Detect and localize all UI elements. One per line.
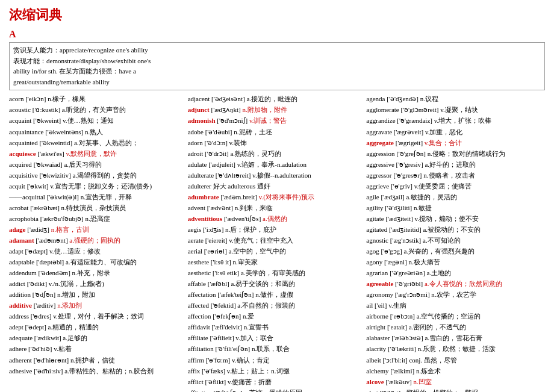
- entry-phonetic: ['ɑ:kustik]: [31, 106, 60, 113]
- entry-phonetic: ['ə'dɔ:n]: [203, 139, 228, 146]
- entry-phonetic: ['ə'griv]: [389, 182, 412, 190]
- entry-word: alchemy: [366, 367, 388, 375]
- entry-phonetic: ['ækrəbæt]: [28, 204, 59, 211]
- column-1: acorn ['eikɔn] n.橡子，橡果acoustic ['ɑ:kusti…: [9, 94, 188, 392]
- entry-word: address: [9, 313, 29, 320]
- entry-word: aesthetic: [188, 269, 211, 276]
- list-item: adobe ['ə'dəubi] n.泥砖，土坯: [188, 127, 362, 137]
- section-header: A: [9, 29, 545, 40]
- list-item: acquit ['əkwit] v.宣告无罪；脱卸义务；还清(债务): [9, 181, 183, 191]
- entry-word: adulterer: [188, 182, 211, 190]
- list-item: aggregate ['ægrigeit] v.集合；合计: [366, 138, 540, 148]
- entry-word: affectation: [188, 291, 216, 298]
- entry-word: affected: [188, 302, 209, 309]
- entry-phonetic: ['ædikwit]: [33, 334, 61, 341]
- entry-word: affidavit: [188, 323, 210, 331]
- entry-def: n.凹室: [412, 378, 432, 385]
- list-item: agrarian ['ə'greəriən] a.土地的: [366, 268, 540, 278]
- entry-word: agreeable: [366, 280, 393, 287]
- entry-phonetic: ['ə'griəbl]: [393, 280, 423, 287]
- entry-phonetic: ['əkwaiad]: [32, 161, 63, 168]
- entry-phonetic: ['dæptəbl]: [34, 258, 64, 266]
- list-item: adamant ['ædəmənt] a.强硬的；固执的: [9, 235, 183, 246]
- entry-phonetic: ['æg'nɔstik]: [388, 237, 421, 244]
- entry-phonetic: ['əkwizitiv]: [38, 172, 71, 179]
- entry-word: adherent: [9, 356, 32, 364]
- entry-phonetic: ['ədæpt]: [23, 247, 48, 255]
- entry-def: a.有适应能力、可改编的: [64, 258, 136, 266]
- entry-def: n.恐高症: [84, 215, 110, 222]
- entry-phonetic: ['ægəni]: [382, 258, 406, 266]
- entry-word: adhere: [9, 345, 26, 352]
- entry-word: agony: [366, 258, 382, 266]
- entry-def: a.带粘性的、粘粘的；n.胶合剂: [63, 367, 154, 375]
- list-item: aggressor ['ə'gresər] n.侵略者，攻击者: [366, 170, 540, 181]
- list-item: addendum ['ədendəm] n.补充，附录: [9, 268, 183, 278]
- list-item: aggrieve ['ə'griv] v.使受委屈；使痛苦: [366, 181, 540, 191]
- entry-def: v.使…适应；修改: [48, 247, 100, 255]
- entry-word: affix: [188, 367, 201, 375]
- entry-def: a.被搅动的；不安的: [422, 226, 481, 233]
- entry-phonetic: ['ə'lɑ:t]: [378, 389, 400, 392]
- entry-def: n.侵略者，攻击者: [422, 172, 475, 179]
- entry-phonetic: ['ædʒiteitid]: [387, 226, 422, 233]
- entry-def: v./n.沉溺，上瘾(者): [47, 280, 104, 287]
- list-item: adapt ['ədæpt] v.使…适应；修改: [9, 246, 183, 257]
- entry-def: a.令人喜悦的；欣然同意的: [423, 280, 502, 287]
- entry-def: v.训诫；警告: [247, 117, 287, 124]
- entry-word: adaptable: [9, 258, 34, 266]
- entry-def: v.集合；合计: [423, 139, 462, 146]
- entry-phonetic: ['ælkəuv]: [384, 378, 412, 385]
- list-item: acoustic ['ɑ:kustik] a.听觉的，有关声音的: [9, 105, 183, 115]
- entry-def: a.不可知论的: [421, 237, 460, 244]
- list-item: aggressive ['ə'gresiv] a.好斗的；进取的: [366, 160, 540, 170]
- entry-word: aggravate: [366, 128, 392, 135]
- list-item: adept ['ədept] a.精通的，精通的: [9, 322, 183, 332]
- entry-def: n.议程: [419, 95, 438, 102]
- entry-word: adorn: [188, 139, 203, 146]
- list-item: addition ['ədʃən] n.增加，附加: [9, 290, 183, 300]
- list-item: aesthetic ['i:sθ etik] a.美学的，有审美感的: [188, 268, 362, 278]
- entry-phonetic: ['ədʒeisənt]: [210, 95, 244, 102]
- entry-def: n.盾；保护，庇护: [223, 226, 276, 233]
- entry-def: n.橡子，橡果: [46, 95, 86, 102]
- entry-word: aggressor: [366, 172, 391, 179]
- list-item: alcove ['ælkəuv] n.凹室: [366, 377, 540, 387]
- entry-word: additive: [9, 302, 32, 309]
- entry-def: a.精通的，精通的: [46, 323, 99, 331]
- entry-def: v.增大，扩张；吹棒: [432, 117, 491, 124]
- list-item: affable ['æfəbl] a.易于交谈的；和蔼的: [188, 279, 362, 289]
- entry-word: acquaint: [9, 117, 31, 124]
- intro-box: 赏识某人能力：appreciate/recognize one's abilit…: [9, 42, 545, 90]
- list-item: agreeable ['ə'griəbl] a.令人喜悦的；欣然同意的: [366, 279, 540, 289]
- entry-phonetic: ['ædəmənt]: [34, 237, 68, 244]
- entry-phonetic: ['æfəbl]: [206, 280, 229, 287]
- list-item: agog ['ə'gɔg] a.兴奋的，有强烈兴趣的: [366, 246, 540, 257]
- entry-word: afflict: [188, 378, 204, 385]
- list-item: albeit ['ɔ:l'bi:it] conj. 虽然，尽管: [366, 355, 540, 366]
- intro-line-3: ability in/for sth. 在某方面能力很强：have a: [13, 66, 541, 77]
- entry-phonetic: ['ækwi'es]: [36, 150, 64, 157]
- entry-phonetic: ['i:sθ etik]: [211, 269, 239, 276]
- entry-word: acquiesce: [9, 150, 36, 157]
- entry-def: v.谄媚，奉承-n.adulation: [235, 161, 307, 168]
- list-item: adulterate ['ə'dʌltəreit] v.掺假--n.adulte…: [188, 170, 362, 181]
- entry-def: a.听觉的，有关声音的: [60, 106, 126, 113]
- entry-word: adapt: [9, 247, 23, 255]
- list-item: adjunct ['ædʒʌŋkt] n.附加物，附件: [188, 105, 362, 115]
- list-item: additive ['æditiv] n.添加剂: [9, 300, 183, 311]
- entry-phonetic: ['ədept]: [23, 323, 46, 331]
- list-item: alabaster ['æləbɔstə] a.雪白的，雪花石膏: [366, 333, 540, 343]
- entry-def: n.增加，附加: [55, 291, 95, 298]
- entry-phonetic: ['ə'fili'eiʃən]: [214, 345, 250, 352]
- list-item: agility ['ə'dʒiliti] n.敏捷: [366, 203, 540, 213]
- entry-phonetic: ['əkwit(ə)l]: [45, 193, 79, 201]
- entry-phonetic: ['əd'hi:siv]: [32, 367, 63, 375]
- list-item: adjacent ['ədʒeisənt] a.接近的，毗连的: [188, 94, 362, 104]
- entry-phonetic: ['eəbɔ:n]: [388, 313, 415, 320]
- entry-phonetic: ['eiereit]: [204, 237, 228, 244]
- entry-phonetic: ['ə'dʒiliti]: [383, 204, 412, 211]
- entry-def: v.使受委屈；使痛苦: [412, 182, 472, 190]
- list-item: aesthete ['i:sθ it] n.审美家: [188, 257, 362, 267]
- entry-def: a.土地的: [425, 269, 451, 276]
